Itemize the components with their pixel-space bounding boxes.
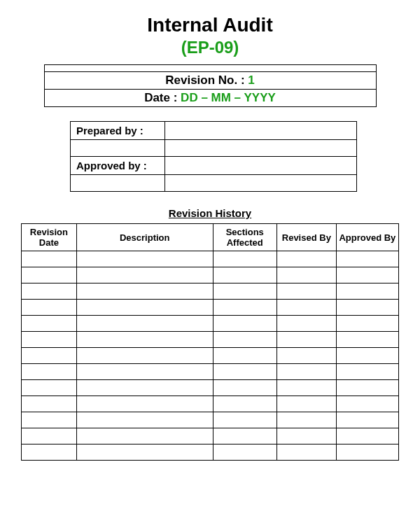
- table-cell[interactable]: [76, 444, 213, 461]
- table-cell[interactable]: [336, 444, 398, 461]
- table-cell[interactable]: [213, 284, 276, 300]
- table-cell[interactable]: [22, 284, 77, 300]
- table-cell[interactable]: [336, 300, 398, 316]
- table-row: [22, 380, 399, 396]
- table-cell[interactable]: [22, 364, 77, 380]
- table-cell[interactable]: [213, 332, 276, 348]
- prepared-by-label: Prepared by :: [71, 122, 165, 140]
- table-cell[interactable]: [336, 428, 398, 444]
- table-row: [22, 251, 399, 267]
- table-cell[interactable]: [76, 284, 213, 300]
- table-cell[interactable]: [213, 316, 276, 332]
- approved-by-extra-value[interactable]: [165, 175, 357, 192]
- table-cell[interactable]: [76, 300, 213, 316]
- table-cell[interactable]: [276, 444, 336, 461]
- table-cell[interactable]: [22, 396, 77, 412]
- history-header-description: Description: [76, 224, 213, 251]
- history-header-date: Revision Date: [22, 224, 77, 251]
- table-cell[interactable]: [336, 364, 398, 380]
- table-cell[interactable]: [213, 348, 276, 364]
- table-row: [22, 332, 399, 348]
- table-cell[interactable]: [213, 380, 276, 396]
- table-cell[interactable]: [213, 267, 276, 284]
- revision-history-table: Revision Date Description Sections Affec…: [21, 223, 399, 461]
- table-cell[interactable]: [276, 332, 336, 348]
- table-cell[interactable]: [336, 348, 398, 364]
- table-cell[interactable]: [22, 332, 77, 348]
- table-cell[interactable]: [76, 332, 213, 348]
- table-cell[interactable]: [276, 300, 336, 316]
- prepared-by-extra: [71, 140, 165, 157]
- table-cell[interactable]: [276, 412, 336, 428]
- table-cell[interactable]: [276, 251, 336, 267]
- table-cell[interactable]: [276, 396, 336, 412]
- table-row: [22, 348, 399, 364]
- table-cell[interactable]: [22, 316, 77, 332]
- table-cell[interactable]: [76, 267, 213, 284]
- table-cell[interactable]: [213, 300, 276, 316]
- table-cell[interactable]: [336, 316, 398, 332]
- table-cell[interactable]: [76, 412, 213, 428]
- table-row: [22, 412, 399, 428]
- table-cell[interactable]: [76, 428, 213, 444]
- table-cell[interactable]: [213, 251, 276, 267]
- history-header-sections: Sections Affected: [213, 224, 276, 251]
- table-cell[interactable]: [336, 267, 398, 284]
- table-cell[interactable]: [276, 284, 336, 300]
- table-cell[interactable]: [76, 396, 213, 412]
- revision-number-value: 1: [248, 74, 254, 87]
- table-cell[interactable]: [276, 316, 336, 332]
- revision-history-title: Revision History: [21, 207, 399, 219]
- table-row: [22, 316, 399, 332]
- table-cell[interactable]: [22, 412, 77, 428]
- table-cell[interactable]: [276, 364, 336, 380]
- revision-number-row: Revision No. : 1: [44, 72, 376, 90]
- table-cell[interactable]: [213, 444, 276, 461]
- document-header: Internal Audit (EP-09) Revision No. : 1 …: [38, 14, 382, 107]
- table-cell[interactable]: [213, 396, 276, 412]
- prepared-by-extra-value[interactable]: [165, 140, 357, 157]
- table-cell[interactable]: [22, 444, 77, 461]
- table-cell[interactable]: [213, 412, 276, 428]
- table-cell[interactable]: [276, 380, 336, 396]
- table-cell[interactable]: [76, 364, 213, 380]
- history-header-revised: Revised By: [276, 224, 336, 251]
- table-cell[interactable]: [336, 412, 398, 428]
- signoff-table: Prepared by : Approved by :: [70, 121, 357, 192]
- table-cell[interactable]: [276, 267, 336, 284]
- table-cell[interactable]: [22, 380, 77, 396]
- table-cell[interactable]: [22, 300, 77, 316]
- table-row: [22, 396, 399, 412]
- table-cell[interactable]: [22, 267, 77, 284]
- table-cell[interactable]: [76, 380, 213, 396]
- date-label: Date :: [144, 91, 181, 104]
- table-cell[interactable]: [22, 251, 77, 267]
- document-code: (EP-09): [38, 38, 382, 57]
- table-row: [22, 267, 399, 284]
- approved-by-value[interactable]: [165, 157, 357, 175]
- table-cell[interactable]: [276, 428, 336, 444]
- table-cell[interactable]: [336, 251, 398, 267]
- table-cell[interactable]: [22, 348, 77, 364]
- table-row: [22, 428, 399, 444]
- approved-by-extra: [71, 175, 165, 192]
- table-row: [22, 284, 399, 300]
- date-row: Date : DD – MM – YYYY: [44, 90, 376, 107]
- table-row: [22, 300, 399, 316]
- date-value: DD – MM – YYYY: [181, 91, 276, 104]
- table-cell[interactable]: [336, 380, 398, 396]
- table-cell[interactable]: [76, 316, 213, 332]
- table-cell[interactable]: [336, 332, 398, 348]
- history-header-approved: Approved By: [336, 224, 398, 251]
- table-cell[interactable]: [276, 348, 336, 364]
- table-cell[interactable]: [213, 428, 276, 444]
- table-cell[interactable]: [336, 396, 398, 412]
- revision-number-label: Revision No. :: [165, 74, 248, 87]
- table-cell[interactable]: [336, 284, 398, 300]
- approved-by-label: Approved by :: [71, 157, 165, 175]
- prepared-by-value[interactable]: [165, 122, 357, 140]
- table-cell[interactable]: [76, 251, 213, 267]
- table-cell[interactable]: [76, 348, 213, 364]
- table-cell[interactable]: [213, 364, 276, 380]
- table-cell[interactable]: [22, 428, 77, 444]
